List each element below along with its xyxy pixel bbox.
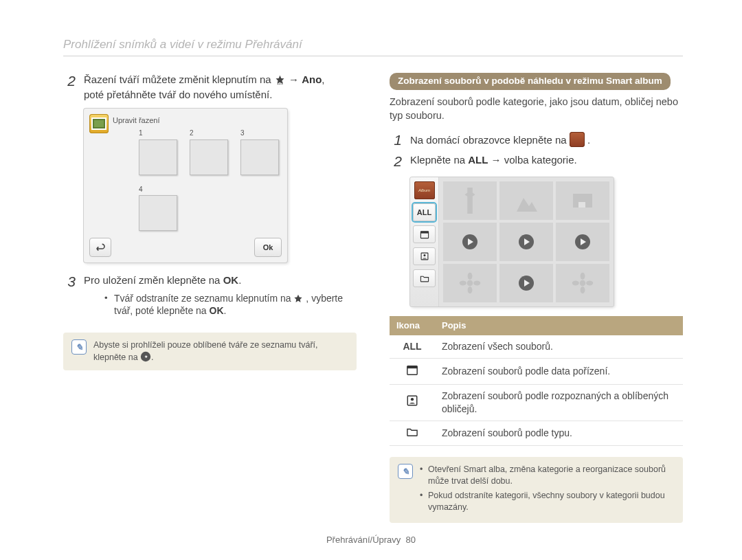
face-number: 2 (190, 128, 228, 138)
thumbnail-video[interactable] (499, 264, 553, 302)
row-desc: Zobrazení souborů podle typu. (435, 421, 683, 446)
note-box: ✎ Abyste si prohlíželi pouze oblíbené tv… (63, 333, 357, 370)
r-step2-post: → volba kategorie. (491, 154, 577, 166)
screenshot-title: Upravit řazení (113, 114, 282, 126)
page-title: Prohlížení snímků a videí v režimu Přehr… (63, 37, 683, 53)
svg-point-9 (467, 280, 473, 287)
table-row: Zobrazení souborů podle data pořízení. (390, 358, 683, 384)
ok-button[interactable]: Ok (254, 238, 282, 257)
page-footer: Přehrávání/Úpravy 80 (0, 534, 742, 546)
r-step2-pre: Klepněte na (410, 154, 468, 166)
face-thumbnail[interactable] (139, 195, 177, 231)
edit-ranking-screenshot: Upravit řazení 1 2 3 4 Ok (84, 109, 287, 262)
bullet-item: Tvář odstraníte ze seznamu klepnutím na … (104, 292, 357, 318)
category-table: Ikona Popis ALL Zobrazení všech souborů.… (390, 316, 683, 446)
calendar-icon (405, 363, 419, 376)
folder-icon (418, 272, 431, 284)
svg-text:★: ★ (144, 355, 148, 359)
r-step1-pre: Na domácí obrazovce klepněte na (410, 134, 570, 146)
th-desc: Popis (435, 316, 683, 335)
face-icon (418, 250, 431, 262)
section-heading: Zobrazení souborů v podobě náhledu v rež… (390, 73, 671, 90)
step2-arrow: → (289, 74, 302, 85)
row-desc: Zobrazení souborů podle data pořízení. (435, 358, 683, 384)
face-thumbnail[interactable] (139, 139, 177, 175)
th-icon: Ikona (390, 316, 435, 335)
filter-all-button[interactable]: ALL (413, 203, 436, 221)
svg-text:123: 123 (277, 81, 283, 85)
thumbnail-video[interactable] (556, 223, 609, 261)
filter-face-button[interactable] (413, 247, 436, 265)
svg-point-12 (460, 281, 466, 286)
step-2: 2 Řazení tváří můžete změnit klepnutím n… (63, 73, 357, 102)
back-button[interactable] (89, 238, 111, 257)
note-icon: ✎ (71, 339, 87, 355)
step-2-right: 2 Klepněte na ALL → volba kategorie. (390, 153, 683, 169)
svg-rect-8 (578, 202, 585, 208)
thumbnail[interactable] (443, 264, 497, 302)
step3-post: . (238, 274, 241, 286)
step2-text-pre: Řazení tváří můžete změnit klepnutím na (84, 74, 274, 85)
note-item: Otevření Smart alba, změna kategorie a r… (420, 464, 675, 487)
step2-comma: , (322, 74, 324, 85)
svg-point-6 (423, 255, 425, 257)
note-icon: ✎ (398, 464, 413, 479)
thumbnail[interactable] (556, 181, 609, 220)
row-icon-folder (390, 421, 435, 446)
step-1-right: 1 Na domácí obrazovce klepněte na . (390, 132, 683, 148)
star-ranking-icon: 123 (274, 75, 286, 85)
face-icon (405, 394, 419, 407)
thumbnail[interactable] (556, 264, 609, 302)
note-box-right: ✎ Otevření Smart alba, změna kategorie a… (390, 457, 683, 523)
album-app-icon (414, 181, 435, 199)
svg-rect-20 (407, 366, 417, 369)
folder-icon (405, 426, 419, 438)
app-icon (89, 114, 109, 133)
step-3: 3 Pro uložení změn klepněte na OK. Tvář … (63, 273, 357, 320)
face-thumbnail[interactable] (190, 139, 228, 175)
thumbnail[interactable] (443, 181, 497, 220)
right-column: Zobrazení souborů v podobě náhledu v rež… (390, 73, 683, 523)
row-icon-all: ALL (390, 335, 435, 358)
play-icon (519, 234, 534, 249)
svg-point-15 (581, 273, 585, 280)
svg-point-16 (581, 287, 585, 294)
face-number: 1 (139, 128, 177, 138)
row-icon-face (390, 384, 435, 421)
note-item: Pokud odstraníte kategorii, všechny soub… (420, 490, 675, 513)
thumbnail-video[interactable] (499, 223, 553, 261)
step-number: 1 (390, 132, 402, 148)
filter-type-button[interactable] (413, 269, 436, 287)
svg-point-18 (586, 281, 593, 286)
r-step1-end: . (587, 134, 590, 146)
thumbnail-video[interactable] (443, 223, 497, 261)
ok-icon: OK (210, 305, 224, 316)
table-row: Zobrazení souborů podle typu. (390, 421, 683, 446)
footer-section: Přehrávání/Úpravy (326, 535, 401, 545)
star-icon (293, 294, 303, 304)
ok-icon: OK (223, 274, 239, 286)
left-column: 2 Řazení tváří můžete změnit klepnutím n… (63, 73, 357, 523)
smart-album-screenshot: ALL (410, 177, 614, 306)
step-number: 2 (390, 153, 402, 169)
row-icon-calendar (390, 358, 435, 384)
bullet-end: . (224, 305, 227, 316)
album-icon (570, 132, 585, 147)
svg-point-13 (473, 281, 480, 286)
svg-point-11 (468, 287, 473, 294)
table-row: ALL Zobrazení všech souborů. (390, 335, 683, 358)
step-number: 3 (63, 273, 76, 320)
bullet-pre: Tvář odstraníte ze seznamu klepnutím na (114, 293, 293, 304)
svg-point-10 (468, 273, 473, 280)
svg-point-14 (580, 280, 586, 287)
step3-pre: Pro uložení změn klepněte na (84, 274, 223, 286)
favorite-filter-icon: ★ (140, 351, 151, 362)
face-number: 3 (240, 128, 279, 138)
filter-date-button[interactable] (413, 225, 436, 243)
face-thumbnail[interactable] (240, 139, 279, 175)
face-number: 4 (139, 185, 177, 194)
play-icon (462, 234, 477, 249)
svg-rect-4 (420, 232, 428, 234)
svg-point-22 (411, 398, 414, 401)
thumbnail[interactable] (499, 181, 553, 220)
